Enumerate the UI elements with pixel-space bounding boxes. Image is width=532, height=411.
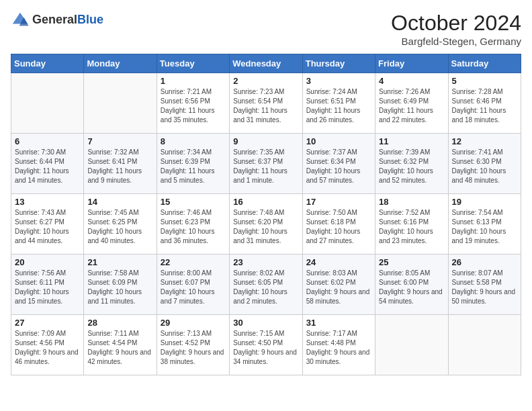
calendar-day-cell: 8Sunrise: 7:34 AM Sunset: 6:39 PM Daylig… [157, 134, 229, 194]
page-header: GeneralBlue October 2024 Bargfeld-Stegen… [11, 11, 521, 47]
day-of-week-header: Monday [84, 54, 157, 73]
day-number: 23 [233, 257, 298, 267]
day-number: 6 [15, 136, 80, 146]
day-info: Sunrise: 7:43 AM Sunset: 6:27 PM Dayligh… [15, 208, 80, 246]
calendar-day-cell: 18Sunrise: 7:52 AM Sunset: 6:16 PM Dayli… [375, 194, 448, 255]
day-info: Sunrise: 7:32 AM Sunset: 6:41 PM Dayligh… [87, 148, 152, 185]
day-number: 31 [306, 318, 371, 328]
day-info: Sunrise: 7:56 AM Sunset: 6:11 PM Dayligh… [15, 269, 80, 306]
day-info: Sunrise: 7:48 AM Sunset: 6:20 PM Dayligh… [233, 208, 298, 246]
calendar-week-row: 20Sunrise: 7:56 AM Sunset: 6:11 PM Dayli… [11, 255, 521, 315]
calendar-day-cell: 26Sunrise: 8:07 AM Sunset: 5:58 PM Dayli… [448, 255, 521, 315]
day-info: Sunrise: 7:28 AM Sunset: 6:46 PM Dayligh… [452, 87, 517, 125]
day-info: Sunrise: 7:46 AM Sunset: 6:23 PM Dayligh… [161, 208, 226, 246]
calendar-day-cell: 11Sunrise: 7:39 AM Sunset: 6:32 PM Dayli… [375, 134, 448, 194]
calendar-day-cell: 1Sunrise: 7:21 AM Sunset: 6:56 PM Daylig… [157, 73, 229, 134]
calendar-day-cell: 21Sunrise: 7:58 AM Sunset: 6:09 PM Dayli… [84, 255, 157, 315]
calendar-week-row: 27Sunrise: 7:09 AM Sunset: 4:56 PM Dayli… [11, 315, 521, 375]
day-number: 8 [161, 136, 226, 146]
calendar-day-cell: 15Sunrise: 7:46 AM Sunset: 6:23 PM Dayli… [157, 194, 229, 255]
day-number: 11 [379, 136, 444, 146]
day-number: 3 [306, 76, 371, 86]
day-number: 29 [161, 318, 226, 328]
day-info: Sunrise: 7:11 AM Sunset: 4:54 PM Dayligh… [87, 329, 152, 367]
day-number: 24 [306, 257, 371, 267]
day-number: 27 [15, 318, 80, 328]
day-info: Sunrise: 7:23 AM Sunset: 6:54 PM Dayligh… [233, 87, 298, 125]
day-info: Sunrise: 8:02 AM Sunset: 6:05 PM Dayligh… [233, 269, 298, 306]
day-info: Sunrise: 7:39 AM Sunset: 6:32 PM Dayligh… [379, 148, 444, 185]
day-number: 7 [87, 136, 152, 146]
day-number: 16 [233, 197, 298, 207]
day-number: 13 [15, 197, 80, 207]
calendar-table: SundayMondayTuesdayWednesdayThursdayFrid… [11, 54, 521, 375]
calendar-day-cell: 17Sunrise: 7:50 AM Sunset: 6:18 PM Dayli… [302, 194, 375, 255]
calendar-day-cell: 19Sunrise: 7:54 AM Sunset: 6:13 PM Dayli… [448, 194, 521, 255]
day-number: 28 [87, 318, 152, 328]
calendar-day-cell: 27Sunrise: 7:09 AM Sunset: 4:56 PM Dayli… [11, 315, 84, 375]
day-info: Sunrise: 7:09 AM Sunset: 4:56 PM Dayligh… [15, 329, 80, 367]
day-number: 26 [452, 257, 517, 267]
day-number: 20 [15, 257, 80, 267]
day-number: 25 [379, 257, 444, 267]
calendar-day-cell: 14Sunrise: 7:45 AM Sunset: 6:25 PM Dayli… [84, 194, 157, 255]
calendar-day-cell: 2Sunrise: 7:23 AM Sunset: 6:54 PM Daylig… [230, 73, 302, 134]
calendar-day-cell: 20Sunrise: 7:56 AM Sunset: 6:11 PM Dayli… [11, 255, 84, 315]
day-info: Sunrise: 7:34 AM Sunset: 6:39 PM Dayligh… [161, 148, 226, 185]
day-number: 1 [161, 76, 226, 86]
calendar-day-cell: 16Sunrise: 7:48 AM Sunset: 6:20 PM Dayli… [230, 194, 302, 255]
day-number: 22 [161, 257, 226, 267]
day-info: Sunrise: 7:21 AM Sunset: 6:56 PM Dayligh… [161, 87, 226, 125]
location-title: Bargfeld-Stegen, Germany [391, 36, 521, 47]
calendar-day-cell: 22Sunrise: 8:00 AM Sunset: 6:07 PM Dayli… [157, 255, 229, 315]
day-info: Sunrise: 7:37 AM Sunset: 6:34 PM Dayligh… [306, 148, 371, 185]
calendar-day-cell: 10Sunrise: 7:37 AM Sunset: 6:34 PM Dayli… [302, 134, 375, 194]
calendar-day-cell: 4Sunrise: 7:26 AM Sunset: 6:49 PM Daylig… [375, 73, 448, 134]
day-info: Sunrise: 7:17 AM Sunset: 4:48 PM Dayligh… [306, 329, 371, 367]
calendar-day-cell: 3Sunrise: 7:24 AM Sunset: 6:51 PM Daylig… [302, 73, 375, 134]
day-number: 18 [379, 197, 444, 207]
day-of-week-header: Tuesday [157, 54, 229, 73]
logo-icon [11, 11, 30, 30]
calendar-day-cell: 12Sunrise: 7:41 AM Sunset: 6:30 PM Dayli… [448, 134, 521, 194]
day-info: Sunrise: 7:15 AM Sunset: 4:50 PM Dayligh… [233, 329, 298, 367]
calendar-day-cell [84, 73, 157, 134]
day-of-week-header: Thursday [302, 54, 375, 73]
day-info: Sunrise: 7:45 AM Sunset: 6:25 PM Dayligh… [87, 208, 152, 246]
day-info: Sunrise: 7:58 AM Sunset: 6:09 PM Dayligh… [87, 269, 152, 306]
day-info: Sunrise: 7:54 AM Sunset: 6:13 PM Dayligh… [452, 208, 517, 246]
day-info: Sunrise: 7:41 AM Sunset: 6:30 PM Dayligh… [452, 148, 517, 185]
day-number: 12 [452, 136, 517, 146]
calendar-day-cell [448, 315, 521, 375]
calendar-day-cell: 23Sunrise: 8:02 AM Sunset: 6:05 PM Dayli… [230, 255, 302, 315]
logo: GeneralBlue [11, 11, 103, 30]
month-title: October 2024 [391, 11, 521, 36]
calendar-day-cell: 5Sunrise: 7:28 AM Sunset: 6:46 PM Daylig… [448, 73, 521, 134]
day-info: Sunrise: 8:03 AM Sunset: 6:02 PM Dayligh… [306, 269, 371, 306]
calendar-week-row: 1Sunrise: 7:21 AM Sunset: 6:56 PM Daylig… [11, 73, 521, 134]
day-info: Sunrise: 7:35 AM Sunset: 6:37 PM Dayligh… [233, 148, 298, 185]
calendar-day-cell: 6Sunrise: 7:30 AM Sunset: 6:44 PM Daylig… [11, 134, 84, 194]
day-info: Sunrise: 8:07 AM Sunset: 5:58 PM Dayligh… [452, 269, 517, 306]
day-number: 5 [452, 76, 517, 86]
day-info: Sunrise: 7:26 AM Sunset: 6:49 PM Dayligh… [379, 87, 444, 125]
calendar-week-row: 6Sunrise: 7:30 AM Sunset: 6:44 PM Daylig… [11, 134, 521, 194]
calendar-day-cell: 29Sunrise: 7:13 AM Sunset: 4:52 PM Dayli… [157, 315, 229, 375]
calendar-day-cell: 31Sunrise: 7:17 AM Sunset: 4:48 PM Dayli… [302, 315, 375, 375]
day-info: Sunrise: 7:13 AM Sunset: 4:52 PM Dayligh… [161, 329, 226, 367]
calendar-day-cell: 28Sunrise: 7:11 AM Sunset: 4:54 PM Dayli… [84, 315, 157, 375]
calendar-day-cell: 13Sunrise: 7:43 AM Sunset: 6:27 PM Dayli… [11, 194, 84, 255]
day-info: Sunrise: 8:00 AM Sunset: 6:07 PM Dayligh… [161, 269, 226, 306]
day-of-week-header: Wednesday [230, 54, 302, 73]
day-number: 14 [87, 197, 152, 207]
day-number: 17 [306, 197, 371, 207]
calendar-day-cell [375, 315, 448, 375]
day-number: 30 [233, 318, 298, 328]
day-number: 21 [87, 257, 152, 267]
calendar-day-cell: 25Sunrise: 8:05 AM Sunset: 6:00 PM Dayli… [375, 255, 448, 315]
day-info: Sunrise: 7:50 AM Sunset: 6:18 PM Dayligh… [306, 208, 371, 246]
day-of-week-header: Sunday [11, 54, 84, 73]
day-info: Sunrise: 8:05 AM Sunset: 6:00 PM Dayligh… [379, 269, 444, 306]
day-number: 2 [233, 76, 298, 86]
day-info: Sunrise: 7:52 AM Sunset: 6:16 PM Dayligh… [379, 208, 444, 246]
